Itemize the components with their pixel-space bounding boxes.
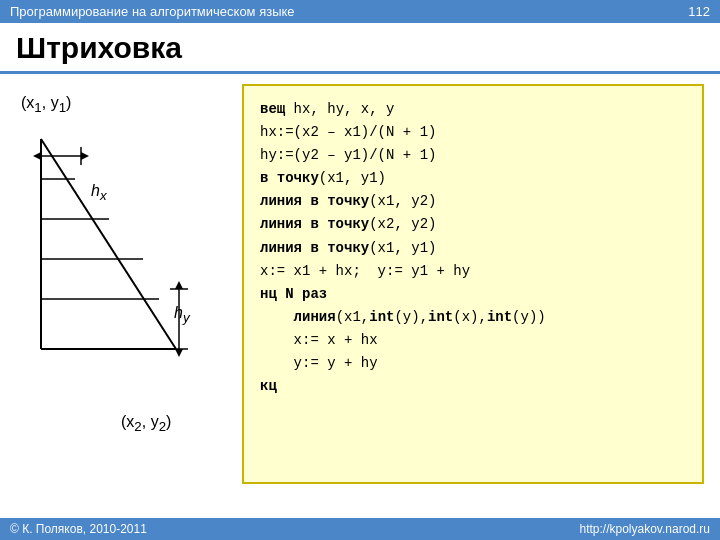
svg-marker-14	[175, 349, 183, 357]
page-title: Штриховка	[0, 23, 720, 74]
header-title: Программирование на алгоритмическом язык…	[10, 4, 295, 19]
svg-marker-8	[33, 152, 41, 160]
code-line-8: x:= x1 + hx; y:= y1 + hy	[260, 260, 686, 283]
label-hx: hx	[91, 182, 107, 203]
footer-bar: © К. Поляков, 2010-2011 http://kpolyakov…	[0, 518, 720, 540]
code-line-5: линия в точку(x1, y2)	[260, 190, 686, 213]
code-line-7: линия в точку(x1, y1)	[260, 237, 686, 260]
svg-marker-13	[175, 281, 183, 289]
footer-left: © К. Поляков, 2010-2011	[10, 522, 147, 536]
footer-right: http://kpolyakov.narod.ru	[579, 522, 710, 536]
code-line-13: кц	[260, 375, 686, 398]
label-x2y2: (x2, y2)	[121, 413, 171, 434]
code-line-3: hy:=(y2 – y1)/(N + 1)	[260, 144, 686, 167]
code-line-12: y:= y + hy	[260, 352, 686, 375]
diagram-svg	[21, 119, 221, 429]
code-line-10: линия(x1,int(y),int(x),int(y))	[260, 306, 686, 329]
content-area: (x1, y1)	[0, 84, 720, 484]
svg-line-2	[41, 139, 176, 349]
svg-marker-9	[81, 152, 89, 160]
label-x1y1: (x1, y1)	[21, 94, 71, 115]
code-area: вещ hx, hy, x, y hx:=(x2 – x1)/(N + 1) h…	[242, 84, 704, 484]
code-line-4: в точку(x1, y1)	[260, 167, 686, 190]
page-number: 112	[688, 4, 710, 19]
code-line-1: вещ hx, hy, x, y	[260, 98, 686, 121]
code-line-2: hx:=(x2 – x1)/(N + 1)	[260, 121, 686, 144]
code-line-6: линия в точку(x2, y2)	[260, 213, 686, 236]
label-hy: hy	[174, 304, 190, 325]
diagram-area: (x1, y1)	[16, 84, 226, 484]
code-line-11: x:= x + hx	[260, 329, 686, 352]
header-bar: Программирование на алгоритмическом язык…	[0, 0, 720, 23]
code-line-9: нц N раз	[260, 283, 686, 306]
